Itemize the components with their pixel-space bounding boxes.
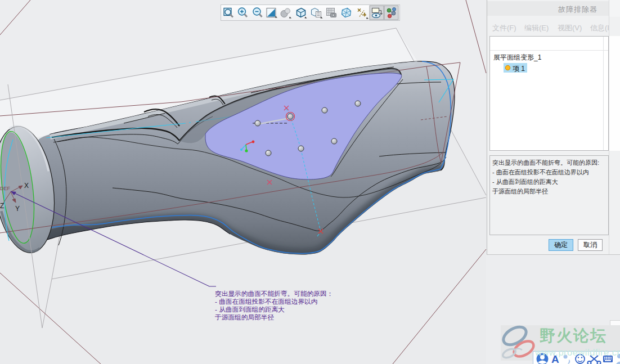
svg-text:Y: Y [15,205,20,213]
svg-text:Z: Z [0,202,4,210]
svg-text:- 曲面在面组投影不在面组边界以内: - 曲面在面组投影不在面组边界以内 [215,298,317,305]
svg-text:X: X [24,182,29,190]
svg-text:DEF: DEF [0,186,11,191]
svg-text:于源面组的局部半径: 于源面组的局部半径 [215,313,275,321]
svg-text:- 从曲面到面组的距离大: - 从曲面到面组的距离大 [215,305,285,313]
svg-text:突出显示的曲面不能折弯。可能的原因：: 突出显示的曲面不能折弯。可能的原因： [215,290,333,297]
